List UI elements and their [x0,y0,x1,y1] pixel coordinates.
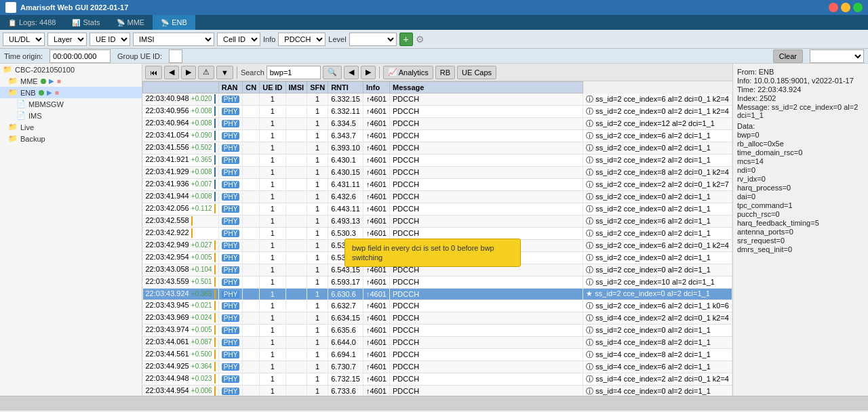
sidebar-item-backup[interactable]: 📁 Backup [0,133,142,144]
search-input[interactable] [267,66,321,79]
bar-indicator [214,241,216,250]
filter-button[interactable]: ▼ [216,66,233,79]
table-row[interactable]: 22:03:42.922 PHY 1 1 6.530.3 ↑4601 PDCCH… [143,227,732,239]
ran-badge: PHY [222,351,240,358]
col-cn[interactable]: CN [243,82,260,94]
time-origin-input[interactable] [50,49,111,63]
cell-info: PDCCH [389,154,583,166]
table-row[interactable]: 22:03:41.929 +0.008 PHY 1 1 6.430.15 ↑46… [143,166,732,178]
search-next-button[interactable]: ▶ [361,66,376,79]
settings-icon[interactable]: ⚙ [416,34,425,45]
table-row[interactable]: 22:03:40.956 +0.008 PHY 1 1 6.332.11 ↑46… [143,105,732,117]
cell-ran: PHY [218,348,243,360]
next-button[interactable]: ▶ [181,66,196,79]
cell-cn [243,336,260,348]
sidebar-item-ims[interactable]: 📄 IMS [0,110,142,121]
col-rnti[interactable]: RNTI [328,82,363,94]
col-info[interactable]: Info [363,82,389,94]
info-select[interactable]: PDCCH [278,33,326,46]
bar-indicator [214,119,216,128]
cell-time: 22:03:40.964 +0.008 [143,117,219,129]
table-row[interactable]: 22:03:41.921 +0.365 PHY 1 1 6.430.1 ↑460… [143,154,732,166]
cell-rnti: ↑4601 [363,105,389,117]
cell-ueid: 1 [260,203,285,215]
cell-ueid: 1 [260,129,285,142]
delta-value: +0.021 [191,302,212,309]
rewind-button[interactable]: ⏮ [145,66,162,79]
table-row[interactable]: 22:03:40.964 +0.008 PHY 1 1 6.334.5 ↑460… [143,117,732,129]
table-row[interactable]: 22:03:43.969 +0.024 PHY 1 1 6.634.15 ↑46… [143,312,732,324]
cell-ueid: 1 [260,348,285,360]
col-imsi[interactable]: IMSI [285,82,307,94]
tab-enb[interactable]: 📡 ENB [153,15,195,30]
table-row[interactable]: 22:03:44.561 +0.500 PHY 1 1 6.694.1 ↑460… [143,348,732,360]
col-ueid[interactable]: UE ID [260,82,285,94]
table-row[interactable]: 22:03:42.558 PHY 1 1 6.493.13 ↑4601 PDCC… [143,215,732,227]
col-message[interactable]: Message [389,82,583,94]
search-prev-button[interactable]: ◀ [344,66,359,79]
imsi-select[interactable]: IMSI [133,33,214,46]
sidebar-root[interactable]: 📁 CBC-2021050100 [0,64,142,75]
col-sfn[interactable]: SFN [307,82,328,94]
table-row[interactable]: 22:03:41.054 +0.090 PHY 1 1 6.343.7 ↑460… [143,129,732,142]
table-row[interactable]: 22:03:43.945 +0.021 PHY 1 1 6.632.7 ↑460… [143,300,732,312]
col-ran[interactable]: RAN [218,82,243,94]
table-row[interactable]: 22:03:40.948 +0.020 PHY 1 1 6.332.15 ↑46… [143,94,732,106]
cell-message: ⓘ ss_id=2 cce_index=6 al=2 dci=1_1 [583,215,732,227]
search-label: Search [241,68,264,77]
cell-message: ⓘ ss_id=4 cce_index=2 al=2 dci=0_1 k2=4 [583,373,732,385]
uldl-select[interactable]: UL/DL [3,33,45,46]
search-go-button[interactable]: 🔍 [323,66,342,79]
table-row[interactable]: 22:03:44.925 +0.364 PHY 1 1 6.730.7 ↑460… [143,360,732,373]
tab-mme[interactable]: 📡 MME [108,15,153,30]
cellid-select[interactable]: Cell ID [217,33,260,46]
cell-message: ⓘ ss_id=2 cce_index=6 al=2 dci=0_1 k2=4 [583,239,732,251]
clear-button[interactable]: Clear [773,49,803,63]
table-row[interactable]: 22:03:41.944 +0.008 PHY 1 1 6.432.6 ↑460… [143,190,732,203]
table-row[interactable]: 22:03:44.061 +0.087 PHY 1 1 6.644.0 ↑460… [143,336,732,348]
cell-imsi [285,312,307,324]
table-row[interactable]: 22:03:44.954 +0.006 PHY 1 1 6.733.6 ↑460… [143,385,732,396]
minimize-button[interactable] [841,3,850,12]
analytics-button[interactable]: 📈 Analytics [383,66,433,79]
table-row[interactable]: 22:03:41.936 +0.007 PHY 1 1 6.431.11 ↑46… [143,178,732,190]
group-ueid-input[interactable] [169,49,182,63]
add-filter-button[interactable]: + [399,33,413,46]
table-row[interactable]: 22:03:42.056 +0.112 PHY 1 1 6.443.11 ↑46… [143,203,732,215]
ueid-select[interactable]: UE ID [90,33,130,46]
sidebar-item-mbmsgw[interactable]: 📄 MBMSGW [0,98,142,110]
close-button[interactable] [829,3,838,12]
table-row[interactable]: 22:03:43.974 +0.005 PHY 1 1 6.635.6 ↑460… [143,324,732,336]
log-table-container[interactable]: RAN CN UE ID IMSI SFN RNTI Info Message … [142,81,732,396]
table-row[interactable]: 22:03:43.924 +0.365 PHY 1 1 6.630.6 ↑460… [143,288,732,300]
layer-select[interactable]: Layer [47,33,87,46]
maximize-button[interactable] [853,3,863,12]
level-label: Level [328,35,346,43]
cell-time: 22:03:43.924 +0.365 [143,288,219,300]
level-select[interactable] [349,33,397,46]
cell-info: PDCCH [389,385,583,396]
warning-button[interactable]: ⚠ [198,66,214,79]
sidebar-item-enb[interactable]: 📁 ENB ▶ ■ [0,87,142,98]
sidebar-item-live[interactable]: 📁 Live [0,121,142,133]
rb-button[interactable]: RB [435,66,455,79]
cell-ran: PHY [218,300,243,312]
tab-stats[interactable]: 📊 Stats [64,15,108,30]
display-select[interactable] [810,49,864,63]
prev-button[interactable]: ◀ [164,66,179,79]
cell-info: PDCCH [389,94,583,106]
cell-freq: 6.632.7 [328,300,363,312]
cell-ran: PHY [218,203,243,215]
table-row[interactable]: 22:03:43.559 +0.501 PHY 1 1 6.593.17 ↑46… [143,276,732,288]
table-row[interactable]: 22:03:41.556 +0.502 PHY 1 1 6.393.10 ↑46… [143,142,732,154]
cell-ran: PHY [218,154,243,166]
time-value: 22:03:41.054 [146,131,189,139]
ue-caps-button[interactable]: UE Caps [457,66,496,79]
cell-message: ⓘ ss_id=2 cce_index=0 al=2 dci=1_1 [583,251,732,264]
ran-badge: PHY [222,157,240,164]
tab-logs[interactable]: 📋 Logs: 4488 [0,15,64,30]
table-row[interactable]: 22:03:44.948 +0.023 PHY 1 1 6.732.15 ↑46… [143,373,732,385]
sidebar-item-mme[interactable]: 📁 MME ▶ ■ [0,75,142,87]
cell-time: 22:03:42.558 [143,215,219,227]
cell-ueid: 1 [260,190,285,203]
